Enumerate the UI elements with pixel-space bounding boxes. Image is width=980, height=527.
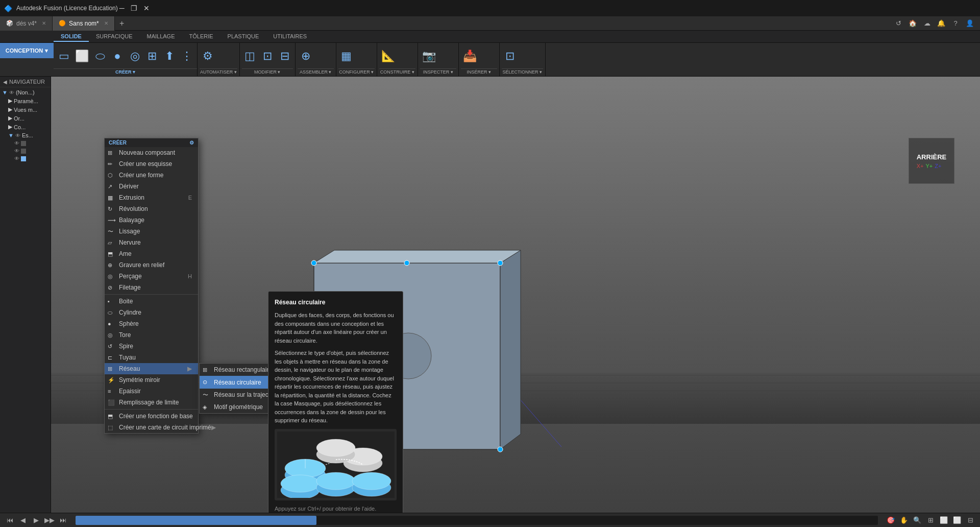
auto-btn[interactable]: ⚙ bbox=[200, 49, 216, 64]
asm-btn[interactable]: ⊕ bbox=[298, 49, 314, 64]
creer-box-btn[interactable]: ⬜ bbox=[73, 49, 91, 64]
menu-remplissage[interactable]: ⬛ Remplissage de limite bbox=[105, 397, 198, 408]
creer-ext-btn[interactable]: ⬆ bbox=[161, 49, 178, 64]
nav-play-btn[interactable]: ▶▶ bbox=[44, 515, 55, 526]
menu-reseau[interactable]: ⊞ Réseau ▶ ⊞ Réseau rectangulaire ⊙ Rése… bbox=[105, 363, 198, 374]
grid-btn[interactable]: 🎯 bbox=[885, 515, 896, 526]
bell-button[interactable]: 🔔 bbox=[935, 17, 947, 30]
home-button[interactable]: 🏠 bbox=[906, 17, 919, 30]
menu-epaissir[interactable]: ≡ Epaissir bbox=[105, 386, 198, 397]
mod-btn2[interactable]: ⊡ bbox=[259, 49, 276, 64]
menu-creer-esquisse[interactable]: ✏ Créer une esquisse bbox=[105, 158, 198, 170]
display-btn[interactable]: ⬜ bbox=[951, 515, 963, 526]
minimize-button[interactable]: ─ bbox=[118, 4, 126, 12]
user-button[interactable]: 👤 bbox=[964, 17, 976, 30]
viewport[interactable]: ARRIÈRE X+ Y+ Z+ CRÉER ⚙ ⊞ Nouveau compo… bbox=[51, 77, 980, 513]
ins-icon: 📷 bbox=[422, 50, 436, 63]
creer-more-btn[interactable]: ⋮ bbox=[179, 49, 195, 64]
menu-revolution[interactable]: ↻ Révolution bbox=[105, 203, 198, 214]
creer-tore-btn[interactable]: ◎ bbox=[127, 49, 143, 64]
cloud-button[interactable]: ☁ bbox=[921, 17, 933, 30]
help-button[interactable]: ? bbox=[949, 17, 962, 30]
menu-carte-circuit[interactable]: ⬚ Créer une carte de circuit imprimé ▶ bbox=[105, 422, 198, 433]
inser-btn[interactable]: 📥 bbox=[461, 49, 479, 64]
mod-btn1[interactable]: ◫ bbox=[242, 49, 258, 64]
sel-btn[interactable]: ⊡ bbox=[502, 49, 518, 64]
menu-nervure[interactable]: ▱ Nervure bbox=[105, 237, 198, 248]
nav-item-param[interactable]: ▶ Paramè... bbox=[0, 97, 51, 105]
menu-symetrie[interactable]: ⚡ Symétrie miroir bbox=[105, 374, 198, 386]
grid-display-btn[interactable]: ⊟ bbox=[965, 515, 976, 526]
nav-item-vues[interactable]: ▶ Vues m... bbox=[0, 105, 51, 114]
nav-last-btn[interactable]: ⏭ bbox=[57, 515, 68, 526]
nav-es-label: Es... bbox=[22, 132, 33, 138]
menu-spire[interactable]: ↺ Spire bbox=[105, 341, 198, 352]
menu-creer-fonction[interactable]: ⬒ Créer une fonction de base bbox=[105, 411, 198, 422]
refresh-button[interactable]: ↺ bbox=[892, 17, 904, 30]
con-btn[interactable]: 📐 bbox=[379, 49, 397, 64]
tooltip-svg bbox=[277, 432, 395, 498]
lissage-label: Lissage bbox=[119, 228, 140, 235]
x-axis: X+ bbox=[917, 163, 924, 169]
symetrie-label: Symétrie miroir bbox=[119, 376, 160, 384]
tab-sansnom-close[interactable]: ✕ bbox=[104, 20, 108, 26]
cfg-btn[interactable]: ▦ bbox=[338, 49, 355, 64]
nav-sub-2[interactable]: 👁 bbox=[0, 147, 51, 155]
menu-balayage[interactable]: ⟿ Balayage bbox=[105, 214, 198, 226]
creer-plan-btn[interactable]: ⊞ bbox=[144, 49, 160, 64]
nav-first-btn[interactable]: ⏮ bbox=[4, 515, 15, 526]
maximize-button[interactable]: ❐ bbox=[130, 4, 138, 12]
menu-lissage[interactable]: 〜 Lissage bbox=[105, 226, 198, 237]
nav-item-co[interactable]: ▶ Co... bbox=[0, 123, 51, 131]
menu-deriver[interactable]: ↗ Dériver bbox=[105, 181, 198, 192]
menu-extrusion[interactable]: ▦ Extrusion E bbox=[105, 192, 198, 203]
menu-ame[interactable]: ⬒ Ame bbox=[105, 248, 198, 259]
menu-settings-icon[interactable]: ⚙ bbox=[189, 140, 194, 146]
menu-percage[interactable]: ◎ Perçage H bbox=[105, 271, 198, 282]
menu-filetage[interactable]: ⊘ Filetage bbox=[105, 282, 198, 293]
view-cube-btn[interactable]: ⬜ bbox=[938, 515, 949, 526]
svg-point-11 bbox=[311, 260, 316, 266]
menu-tore[interactable]: ◎ Tore bbox=[105, 329, 198, 341]
percage-icon: ◎ bbox=[108, 273, 113, 280]
nav-item-es[interactable]: ▼ 👁 Es... bbox=[0, 131, 51, 139]
tab-surfacique[interactable]: SURFACIQUE bbox=[89, 32, 140, 42]
tab-sansnom[interactable]: 🟠 Sans nom* ✕ bbox=[53, 16, 115, 31]
traj-icon: 〜 bbox=[203, 391, 208, 399]
menu-creer-forme[interactable]: ⬡ Créer une forme bbox=[105, 170, 198, 181]
creer-sketch-btn[interactable]: ▭ bbox=[56, 49, 72, 64]
nav-tree: ▼ 👁 (Non...) ▶ Paramè... ▶ Vues m... ▶ O… bbox=[0, 87, 51, 513]
ins-btn[interactable]: 📷 bbox=[420, 49, 438, 64]
menu-cylindre[interactable]: ⬭ Cylindre bbox=[105, 307, 198, 318]
nav-step-btn[interactable]: ▶ bbox=[31, 515, 42, 526]
navigator-header[interactable]: ◀ NAVIGATEUR bbox=[0, 77, 51, 87]
tab-maillage[interactable]: MAILLAGE bbox=[139, 32, 182, 42]
menu-gravure[interactable]: ⊕ Gravure en relief bbox=[105, 259, 198, 271]
nav-item-root[interactable]: ▼ 👁 (Non...) bbox=[0, 88, 51, 97]
nav-item-or[interactable]: ▶ Or... bbox=[0, 114, 51, 123]
close-button[interactable]: ✕ bbox=[142, 4, 151, 12]
tab-utilitaires[interactable]: UTILITAIRES bbox=[266, 32, 314, 42]
nav-sub-3[interactable]: 👁 bbox=[0, 155, 51, 162]
menu-sphere[interactable]: ● Sphère bbox=[105, 318, 198, 329]
tab-plastique[interactable]: PLASTIQUE bbox=[220, 32, 266, 42]
creer-sphere-btn[interactable]: ● bbox=[109, 49, 126, 64]
tab-des[interactable]: 🎲 dés v4* ✕ bbox=[0, 16, 53, 31]
tab-tolerie[interactable]: TÔLERIE bbox=[182, 32, 220, 42]
new-tab-button[interactable]: + bbox=[115, 16, 129, 31]
zoom-fit-btn[interactable]: ⊞ bbox=[925, 515, 936, 526]
tab-solide[interactable]: SOLIDE bbox=[54, 32, 89, 42]
menu-boite[interactable]: ▪ Boite bbox=[105, 296, 198, 307]
tab-close-button[interactable]: ✕ bbox=[42, 20, 46, 26]
creer-cyl-btn[interactable]: ⬭ bbox=[92, 49, 108, 64]
reseau-label: Réseau bbox=[119, 365, 140, 372]
conception-button[interactable]: CONCEPTION ▾ bbox=[0, 43, 54, 58]
mod1-icon: ◫ bbox=[244, 50, 255, 63]
menu-nouveau-composant[interactable]: ⊞ Nouveau composant bbox=[105, 147, 198, 158]
mod-btn3[interactable]: ⊟ bbox=[277, 49, 293, 64]
menu-tuyau[interactable]: ⊏ Tuyau bbox=[105, 352, 198, 363]
pan-btn[interactable]: ✋ bbox=[898, 515, 910, 526]
nav-prev-btn[interactable]: ◀ bbox=[17, 515, 29, 526]
zoom-btn[interactable]: 🔍 bbox=[912, 515, 923, 526]
nav-sub-1[interactable]: 👁 bbox=[0, 139, 51, 147]
